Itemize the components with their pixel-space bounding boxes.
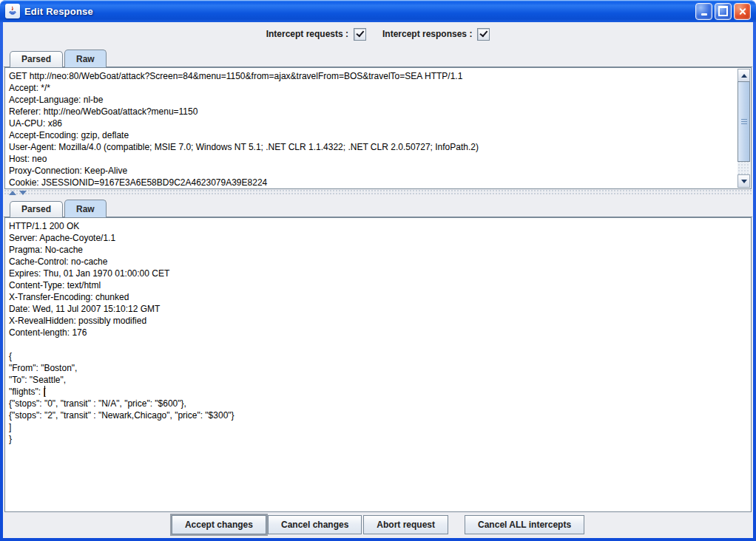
- close-button[interactable]: [734, 3, 751, 20]
- response-tab-raw[interactable]: Raw: [64, 200, 107, 217]
- split-divider[interactable]: [4, 189, 752, 196]
- intercept-responses-label: Intercept responses :: [382, 29, 472, 39]
- edit-response-window: Edit Response Intercept requests : Inter…: [0, 0, 756, 541]
- scroll-up-button[interactable]: [738, 69, 750, 82]
- request-tab-raw[interactable]: Raw: [64, 50, 107, 67]
- collapse-down-icon[interactable]: [19, 191, 27, 195]
- intercept-responses-checkbox[interactable]: [477, 28, 490, 41]
- accept-changes-button[interactable]: Accept changes: [172, 515, 266, 534]
- title-bar[interactable]: Edit Response: [0, 0, 756, 22]
- response-tab-parsed[interactable]: Parsed: [10, 201, 63, 217]
- collapse-up-icon[interactable]: [9, 191, 16, 195]
- abort-request-button[interactable]: Abort request: [363, 515, 448, 534]
- maximize-button[interactable]: [715, 3, 732, 20]
- maximize-icon: [718, 6, 728, 16]
- request-raw-text[interactable]: GET http://neo:80/WebGoat/attack?Screen=…: [6, 69, 737, 188]
- request-editor: GET http://neo:80/WebGoat/attack?Screen=…: [4, 67, 752, 189]
- cancel-changes-button[interactable]: Cancel changes: [268, 515, 362, 534]
- check-icon: [356, 29, 364, 38]
- arrow-up-icon: [741, 74, 747, 78]
- thumb-grip-icon: [741, 119, 747, 125]
- response-tabstrip: Parsed Raw: [3, 196, 753, 217]
- window-content: Intercept requests : Intercept responses…: [3, 22, 753, 538]
- scroll-down-button[interactable]: [738, 174, 750, 188]
- intercept-requests-checkbox[interactable]: [354, 28, 366, 41]
- request-tab-parsed[interactable]: Parsed: [10, 51, 63, 67]
- request-tabstrip: Parsed Raw: [3, 46, 753, 67]
- close-icon: [738, 7, 746, 16]
- window-title: Edit Response: [24, 6, 93, 17]
- text-caret: [44, 386, 45, 396]
- minimize-icon: [701, 13, 707, 16]
- response-raw-text[interactable]: HTTP/1.1 200 OK Server: Apache-Coyote/1.…: [6, 219, 750, 511]
- minimize-button[interactable]: [695, 3, 712, 20]
- intercept-toolbar: Intercept requests : Intercept responses…: [3, 22, 753, 46]
- request-scrollbar: [738, 69, 750, 188]
- scrollbar-thumb[interactable]: [738, 81, 750, 162]
- java-icon: [5, 4, 20, 18]
- check-icon: [479, 29, 487, 38]
- cancel-all-intercepts-button[interactable]: Cancel ALL intercepts: [465, 515, 584, 534]
- intercept-requests-label: Intercept requests :: [266, 29, 348, 39]
- response-editor: HTTP/1.1 200 OK Server: Apache-Coyote/1.…: [4, 217, 752, 512]
- action-buttons: Accept changes Cancel changes Abort requ…: [3, 512, 753, 538]
- arrow-down-icon: [741, 180, 747, 183]
